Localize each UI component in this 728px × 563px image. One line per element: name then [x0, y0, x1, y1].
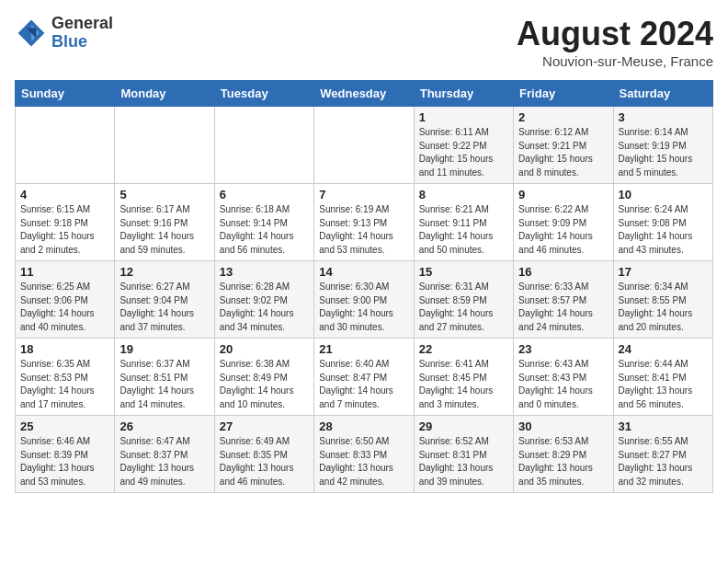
calendar-cell: 16Sunrise: 6:33 AM Sunset: 8:57 PM Dayli…: [514, 261, 613, 339]
week-row-5: 25Sunrise: 6:46 AM Sunset: 8:39 PM Dayli…: [16, 416, 713, 493]
day-number: 21: [319, 342, 408, 356]
day-number: 15: [419, 265, 508, 279]
week-row-3: 11Sunrise: 6:25 AM Sunset: 9:06 PM Dayli…: [16, 261, 713, 339]
day-number: 11: [20, 265, 109, 279]
calendar-cell: 26Sunrise: 6:47 AM Sunset: 8:37 PM Dayli…: [115, 416, 214, 493]
day-info: Sunrise: 6:52 AM Sunset: 8:31 PM Dayligh…: [419, 435, 508, 488]
calendar-cell: 28Sunrise: 6:50 AM Sunset: 8:33 PM Dayli…: [314, 416, 414, 493]
day-number: 16: [518, 265, 608, 279]
day-number: 10: [619, 188, 708, 201]
day-number: 13: [220, 265, 309, 279]
day-info: Sunrise: 6:25 AM Sunset: 9:06 PM Dayligh…: [20, 281, 109, 334]
day-info: Sunrise: 6:28 AM Sunset: 9:02 PM Dayligh…: [220, 281, 309, 334]
calendar-cell: [314, 107, 414, 184]
calendar-cell: 13Sunrise: 6:28 AM Sunset: 9:02 PM Dayli…: [214, 261, 313, 339]
page-header: General Blue August 2024 Nouvion-sur-Meu…: [15, 15, 713, 69]
day-number: 9: [518, 188, 608, 201]
day-info: Sunrise: 6:49 AM Sunset: 8:35 PM Dayligh…: [220, 435, 309, 488]
day-info: Sunrise: 6:37 AM Sunset: 8:51 PM Dayligh…: [119, 358, 209, 411]
day-number: 1: [419, 110, 508, 124]
day-number: 30: [518, 419, 608, 433]
calendar-cell: 20Sunrise: 6:38 AM Sunset: 8:49 PM Dayli…: [214, 339, 313, 416]
calendar-cell: 29Sunrise: 6:52 AM Sunset: 8:31 PM Dayli…: [414, 416, 513, 493]
calendar-cell: 24Sunrise: 6:44 AM Sunset: 8:41 PM Dayli…: [613, 339, 712, 416]
calendar-cell: 14Sunrise: 6:30 AM Sunset: 9:00 PM Dayli…: [314, 261, 414, 339]
calendar-cell: 6Sunrise: 6:18 AM Sunset: 9:14 PM Daylig…: [214, 184, 313, 261]
calendar-cell: 30Sunrise: 6:53 AM Sunset: 8:29 PM Dayli…: [514, 416, 613, 493]
header-row: SundayMondayTuesdayWednesdayThursdayFrid…: [16, 81, 713, 107]
calendar-cell: 8Sunrise: 6:21 AM Sunset: 9:11 PM Daylig…: [414, 184, 513, 261]
logo-text: General Blue: [51, 15, 113, 52]
calendar-cell: 5Sunrise: 6:17 AM Sunset: 9:16 PM Daylig…: [115, 184, 214, 261]
calendar-header: SundayMondayTuesdayWednesdayThursdayFrid…: [16, 81, 713, 107]
location: Nouvion-sur-Meuse, France: [517, 53, 713, 69]
calendar-cell: 31Sunrise: 6:55 AM Sunset: 8:27 PM Dayli…: [613, 416, 712, 493]
day-info: Sunrise: 6:14 AM Sunset: 9:19 PM Dayligh…: [619, 126, 708, 179]
day-number: 19: [119, 342, 209, 356]
day-number: 2: [518, 110, 608, 124]
day-info: Sunrise: 6:18 AM Sunset: 9:14 PM Dayligh…: [220, 203, 309, 257]
day-info: Sunrise: 6:21 AM Sunset: 9:11 PM Dayligh…: [419, 203, 508, 257]
day-number: 22: [419, 342, 508, 356]
day-info: Sunrise: 6:17 AM Sunset: 9:16 PM Dayligh…: [119, 203, 209, 257]
day-header-sunday: Sunday: [16, 81, 115, 107]
day-info: Sunrise: 6:31 AM Sunset: 8:59 PM Dayligh…: [419, 281, 508, 334]
day-number: 5: [119, 188, 209, 201]
calendar-cell: 3Sunrise: 6:14 AM Sunset: 9:19 PM Daylig…: [613, 107, 712, 184]
calendar-cell: 19Sunrise: 6:37 AM Sunset: 8:51 PM Dayli…: [115, 339, 214, 416]
day-header-wednesday: Wednesday: [314, 81, 414, 107]
day-info: Sunrise: 6:38 AM Sunset: 8:49 PM Dayligh…: [220, 358, 309, 411]
day-info: Sunrise: 6:11 AM Sunset: 9:22 PM Dayligh…: [419, 126, 508, 179]
calendar-cell: 21Sunrise: 6:40 AM Sunset: 8:47 PM Dayli…: [314, 339, 414, 416]
day-number: 29: [419, 419, 508, 433]
day-info: Sunrise: 6:35 AM Sunset: 8:53 PM Dayligh…: [20, 358, 109, 411]
day-info: Sunrise: 6:27 AM Sunset: 9:04 PM Dayligh…: [119, 281, 209, 334]
day-number: 25: [20, 419, 109, 433]
month-year: August 2024: [517, 15, 713, 53]
day-number: 24: [619, 342, 708, 356]
day-info: Sunrise: 6:40 AM Sunset: 8:47 PM Dayligh…: [319, 358, 408, 411]
day-number: 6: [220, 188, 309, 201]
calendar-cell: [115, 107, 214, 184]
logo: General Blue: [15, 15, 113, 52]
day-info: Sunrise: 6:50 AM Sunset: 8:33 PM Dayligh…: [319, 435, 408, 488]
day-number: 27: [220, 419, 309, 433]
calendar-cell: 1Sunrise: 6:11 AM Sunset: 9:22 PM Daylig…: [414, 107, 513, 184]
logo-blue: Blue: [51, 33, 113, 52]
day-number: 12: [119, 265, 209, 279]
day-header-friday: Friday: [514, 81, 613, 107]
day-number: 26: [119, 419, 209, 433]
day-info: Sunrise: 6:47 AM Sunset: 8:37 PM Dayligh…: [119, 435, 209, 488]
day-header-monday: Monday: [115, 81, 214, 107]
day-info: Sunrise: 6:12 AM Sunset: 9:21 PM Dayligh…: [518, 126, 608, 179]
calendar-cell: 15Sunrise: 6:31 AM Sunset: 8:59 PM Dayli…: [414, 261, 513, 339]
calendar-cell: 2Sunrise: 6:12 AM Sunset: 9:21 PM Daylig…: [514, 107, 613, 184]
day-number: 3: [619, 110, 708, 124]
day-number: 7: [319, 188, 408, 201]
day-info: Sunrise: 6:15 AM Sunset: 9:18 PM Dayligh…: [20, 203, 109, 257]
logo-general: General: [51, 15, 113, 33]
day-info: Sunrise: 6:34 AM Sunset: 8:55 PM Dayligh…: [619, 281, 708, 334]
calendar-cell: 12Sunrise: 6:27 AM Sunset: 9:04 PM Dayli…: [115, 261, 214, 339]
day-number: 14: [319, 265, 408, 279]
day-info: Sunrise: 6:24 AM Sunset: 9:08 PM Dayligh…: [619, 203, 708, 257]
day-info: Sunrise: 6:55 AM Sunset: 8:27 PM Dayligh…: [619, 435, 708, 488]
day-number: 23: [518, 342, 608, 356]
calendar-cell: [214, 107, 313, 184]
day-info: Sunrise: 6:30 AM Sunset: 9:00 PM Dayligh…: [319, 281, 408, 334]
calendar-body: 1Sunrise: 6:11 AM Sunset: 9:22 PM Daylig…: [16, 107, 713, 493]
day-number: 17: [619, 265, 708, 279]
day-number: 18: [20, 342, 109, 356]
day-header-tuesday: Tuesday: [214, 81, 313, 107]
title-block: August 2024 Nouvion-sur-Meuse, France: [517, 15, 713, 69]
week-row-4: 18Sunrise: 6:35 AM Sunset: 8:53 PM Dayli…: [16, 339, 713, 416]
calendar-cell: 27Sunrise: 6:49 AM Sunset: 8:35 PM Dayli…: [214, 416, 313, 493]
day-number: 31: [619, 419, 708, 433]
calendar-cell: 9Sunrise: 6:22 AM Sunset: 9:09 PM Daylig…: [514, 184, 613, 261]
calendar-cell: [16, 107, 115, 184]
day-number: 8: [419, 188, 508, 201]
day-info: Sunrise: 6:43 AM Sunset: 8:43 PM Dayligh…: [518, 358, 608, 411]
day-info: Sunrise: 6:53 AM Sunset: 8:29 PM Dayligh…: [518, 435, 608, 488]
day-info: Sunrise: 6:46 AM Sunset: 8:39 PM Dayligh…: [20, 435, 109, 488]
logo-icon: [15, 17, 48, 50]
